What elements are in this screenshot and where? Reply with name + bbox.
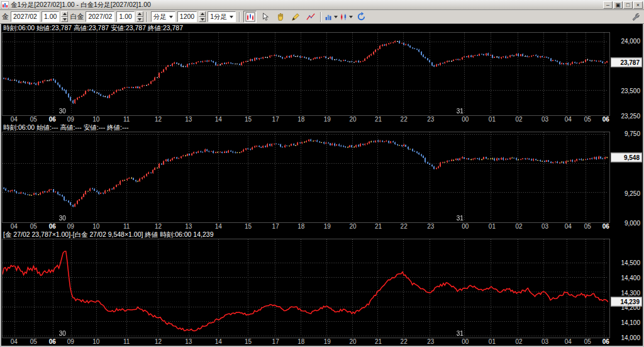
gold-x-axis: 0405060910111213141517181920212223000102… <box>2 116 610 123</box>
platinum-x-axis: 0405060910111213141517181920212223000102… <box>2 223 610 230</box>
restore-button[interactable]: ▣ <box>613 1 623 9</box>
x-axis-tick: 14 <box>215 116 222 123</box>
platinum-contract-field[interactable]: 2027/02 <box>86 11 114 22</box>
x-axis-tick: 06 <box>49 338 56 346</box>
interval-select[interactable]: 1分足 <box>208 11 236 22</box>
x-axis-tick: 04 <box>565 116 572 123</box>
x-axis-tick: 00 <box>462 223 469 230</box>
spin-down-button[interactable] <box>61 17 68 23</box>
x-axis-tick: 19 <box>324 223 331 230</box>
day-marker: 30 <box>59 330 66 337</box>
toolbar-separator <box>320 12 321 22</box>
spread-chart-panel: [金 27/02 23,787×1.00]-[白金 27/02 9,548×1.… <box>1 230 643 346</box>
platinum-multiplier-stepper[interactable] <box>136 11 143 22</box>
spin-up-button[interactable] <box>199 11 206 17</box>
x-axis-tick: 11 <box>123 116 130 123</box>
bar-count-field[interactable]: 1200 <box>177 11 197 22</box>
minimize-button[interactable]: – <box>603 1 613 9</box>
toolbar: 金 2027/02 1.00 白金 2027/02 1.00 分足 1200 1… <box>0 10 644 24</box>
x-axis-tick: 23 <box>427 116 434 123</box>
gold-chart-canvas[interactable] <box>3 33 608 114</box>
settings-button[interactable] <box>629 11 642 23</box>
hand-tool-button[interactable] <box>274 11 287 23</box>
refresh-button[interactable] <box>355 11 368 23</box>
spread-x-axis: 0405060910111213141517181920212223000102… <box>2 338 610 346</box>
refresh-icon <box>357 12 366 21</box>
day-marker: 30 <box>59 215 66 222</box>
y-axis-label: 9,250 <box>625 190 640 196</box>
toolbar-separator <box>239 12 240 22</box>
indicator-menu-button[interactable] <box>325 11 338 23</box>
x-axis-tick: 19 <box>324 338 331 346</box>
x-axis-tick: 15 <box>245 223 252 230</box>
x-axis-tick: 20 <box>349 116 356 123</box>
current-price-badge: 14,239 <box>611 297 642 307</box>
x-axis-tick: 18 <box>297 338 304 346</box>
platinum-multiplier-field[interactable]: 1.00 <box>116 11 134 22</box>
x-axis-tick: 17 <box>272 338 279 346</box>
gold-label: 金 <box>2 12 9 21</box>
maximize-button[interactable]: □ <box>623 1 633 9</box>
x-axis-tick: 03 <box>541 338 548 346</box>
bar-count-stepper[interactable] <box>199 11 206 22</box>
spread-chart-canvas[interactable] <box>3 239 608 336</box>
chart-display-button[interactable] <box>243 11 257 23</box>
trendline-tool-button[interactable] <box>304 11 317 23</box>
y-axis-label: 23,500 <box>621 88 640 94</box>
current-price-badge: 9,548 <box>611 153 642 162</box>
x-axis-tick: 10 <box>92 338 99 346</box>
y-axis-label: 14,400 <box>621 274 640 281</box>
cursor-tool-button[interactable] <box>258 11 272 23</box>
platinum-chart-canvas[interactable] <box>3 132 608 221</box>
title-bar[interactable]: 金1分足[2027/02]1.00 - 白金1分足[2027/02]1.00 –… <box>0 0 644 10</box>
spin-up-button[interactable] <box>136 11 143 17</box>
close-button[interactable]: × <box>633 1 643 9</box>
x-axis-tick: 18 <box>297 116 304 123</box>
x-axis-tick: 17 <box>272 223 279 230</box>
x-axis-tick: 09 <box>67 338 74 346</box>
x-axis-tick: 15 <box>245 338 252 346</box>
gold-y-axis: 24,00023,50023,25023,787 <box>610 32 643 116</box>
x-axis-tick: 04 <box>565 223 572 230</box>
x-axis-tick: 05 <box>30 223 37 230</box>
x-axis-tick: 06 <box>49 223 56 230</box>
chart-display-icon <box>245 12 255 22</box>
platinum-y-axis: 9,7509,2509,0009,548 <box>610 132 643 223</box>
x-axis-tick: 19 <box>324 116 331 123</box>
gold-info-line: 時刻:06:00 始値:23,787 高値:23,787 安値:23,787 終… <box>1 24 643 32</box>
gold-contract-field[interactable]: 2027/02 <box>11 11 40 22</box>
pencil-tool-button[interactable] <box>289 11 302 23</box>
x-axis-tick: 21 <box>375 338 382 346</box>
gold-multiplier-field[interactable]: 1.00 <box>42 11 59 22</box>
x-axis-tick: 06 <box>602 338 609 346</box>
app-icon <box>1 1 9 9</box>
day-marker: 30 <box>59 108 66 115</box>
x-axis-tick: 13 <box>185 338 192 346</box>
trendline-icon <box>306 13 315 21</box>
x-axis-tick: 18 <box>297 223 304 230</box>
pencil-icon <box>291 13 300 21</box>
spin-down-button[interactable] <box>136 17 143 23</box>
x-axis-tick: 04 <box>11 116 18 123</box>
x-axis-tick: 09 <box>67 116 74 123</box>
x-axis-tick: 06 <box>49 116 56 123</box>
spread-plot: 3031 <box>2 239 610 338</box>
period-type-select[interactable]: 分足 <box>151 11 175 22</box>
window-title: 金1分足[2027/02]1.00 - 白金1分足[2027/02]1.00 <box>11 1 601 9</box>
x-axis-tick: 01 <box>489 116 496 123</box>
chevron-down-icon <box>230 16 233 18</box>
x-axis-tick: 12 <box>155 116 162 123</box>
x-axis-tick: 06 <box>602 116 609 123</box>
day-marker: 31 <box>457 108 464 115</box>
x-axis-tick: 04 <box>11 223 18 230</box>
x-axis-tick: 01 <box>489 223 496 230</box>
gold-multiplier-stepper[interactable] <box>61 11 68 22</box>
chart-type-menu-button[interactable] <box>340 11 353 23</box>
x-axis-tick: 22 <box>401 223 408 230</box>
x-axis-tick: 02 <box>515 338 522 346</box>
spin-up-button[interactable] <box>61 11 68 17</box>
spin-down-button[interactable] <box>199 17 206 23</box>
x-axis-tick: 00 <box>462 338 469 346</box>
platinum-info-line: 時刻:06:00 始値:--- 高値:--- 安値:--- 終値:--- <box>1 123 643 132</box>
platinum-chart-panel: 時刻:06:00 始値:--- 高値:--- 安値:--- 終値:--- 303… <box>1 123 643 230</box>
